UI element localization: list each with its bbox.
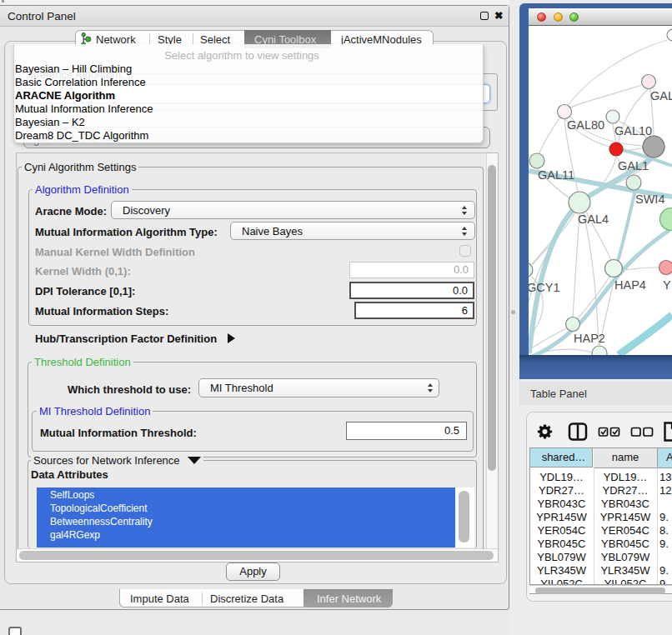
svg-text:HAP2: HAP2: [574, 332, 605, 345]
svg-text:GAL4: GAL4: [578, 212, 609, 226]
svg-text:Y: Y: [663, 278, 671, 292]
svg-text:HAP4: HAP4: [614, 278, 646, 292]
svg-text:GAL11: GAL11: [538, 168, 574, 182]
svg-text:SWI4: SWI4: [635, 192, 664, 206]
svg-text:GAL80: GAL80: [567, 118, 604, 132]
svg-text:GAL10: GAL10: [614, 124, 652, 138]
svg-text:GAL: GAL: [650, 89, 672, 102]
svg-text:GAL1: GAL1: [618, 159, 649, 172]
svg-text:GCY1: GCY1: [529, 281, 560, 294]
